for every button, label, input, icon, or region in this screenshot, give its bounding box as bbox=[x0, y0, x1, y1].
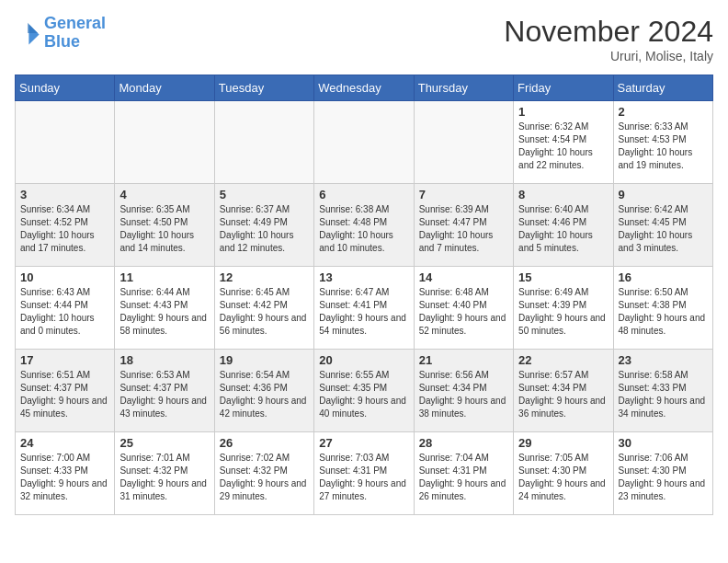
day-number: 19 bbox=[220, 353, 309, 367]
day-number: 1 bbox=[518, 105, 608, 119]
calendar-cell: 6Sunrise: 6:38 AM Sunset: 4:48 PM Daylig… bbox=[314, 184, 414, 267]
weekday-header-tuesday: Tuesday bbox=[214, 75, 313, 101]
calendar-week-row: 3Sunrise: 6:34 AM Sunset: 4:52 PM Daylig… bbox=[16, 184, 713, 267]
calendar-cell: 21Sunrise: 6:56 AM Sunset: 4:34 PM Dayli… bbox=[414, 350, 513, 432]
day-number: 6 bbox=[319, 188, 408, 201]
day-info: Sunrise: 7:05 AM Sunset: 4:30 PM Dayligh… bbox=[518, 452, 608, 503]
day-number: 15 bbox=[518, 270, 608, 284]
day-info: Sunrise: 6:43 AM Sunset: 4:44 PM Dayligh… bbox=[20, 286, 109, 338]
day-number: 25 bbox=[119, 436, 209, 450]
calendar-cell: 3Sunrise: 6:34 AM Sunset: 4:52 PM Daylig… bbox=[16, 184, 115, 267]
day-number: 17 bbox=[20, 353, 109, 367]
calendar-cell: 9Sunrise: 6:42 AM Sunset: 4:45 PM Daylig… bbox=[613, 184, 712, 267]
calendar-cell: 27Sunrise: 7:03 AM Sunset: 4:31 PM Dayli… bbox=[314, 432, 414, 515]
calendar-cell: 20Sunrise: 6:55 AM Sunset: 4:35 PM Dayli… bbox=[314, 350, 414, 432]
calendar-week-row: 24Sunrise: 7:00 AM Sunset: 4:33 PM Dayli… bbox=[16, 432, 713, 515]
calendar-cell: 25Sunrise: 7:01 AM Sunset: 4:32 PM Dayli… bbox=[115, 432, 214, 515]
day-info: Sunrise: 6:44 AM Sunset: 4:43 PM Dayligh… bbox=[119, 286, 209, 338]
calendar-cell: 28Sunrise: 7:04 AM Sunset: 4:31 PM Dayli… bbox=[414, 432, 513, 515]
calendar-cell: 18Sunrise: 6:53 AM Sunset: 4:37 PM Dayli… bbox=[115, 350, 214, 432]
calendar-cell: 1Sunrise: 6:32 AM Sunset: 4:54 PM Daylig… bbox=[514, 101, 613, 184]
day-info: Sunrise: 6:54 AM Sunset: 4:36 PM Dayligh… bbox=[220, 369, 309, 420]
day-info: Sunrise: 6:47 AM Sunset: 4:41 PM Dayligh… bbox=[319, 286, 408, 338]
calendar-cell bbox=[314, 101, 414, 184]
day-number: 12 bbox=[220, 270, 309, 284]
calendar-cell: 17Sunrise: 6:51 AM Sunset: 4:37 PM Dayli… bbox=[16, 350, 115, 432]
day-info: Sunrise: 7:06 AM Sunset: 4:30 PM Dayligh… bbox=[619, 452, 708, 503]
calendar-cell: 10Sunrise: 6:43 AM Sunset: 4:44 PM Dayli… bbox=[16, 267, 115, 350]
weekday-header-saturday: Saturday bbox=[613, 75, 712, 101]
day-number: 30 bbox=[619, 436, 708, 450]
calendar-cell: 13Sunrise: 6:47 AM Sunset: 4:41 PM Dayli… bbox=[314, 267, 414, 350]
day-number: 13 bbox=[319, 270, 408, 284]
location: Ururi, Molise, Italy bbox=[504, 49, 713, 63]
logo-line1: General bbox=[44, 14, 106, 32]
day-number: 26 bbox=[220, 436, 309, 450]
calendar-cell: 5Sunrise: 6:37 AM Sunset: 4:49 PM Daylig… bbox=[214, 184, 313, 267]
day-number: 3 bbox=[20, 188, 109, 201]
day-info: Sunrise: 6:40 AM Sunset: 4:46 PM Dayligh… bbox=[518, 203, 608, 255]
calendar-cell: 30Sunrise: 7:06 AM Sunset: 4:30 PM Dayli… bbox=[613, 432, 712, 515]
calendar-cell: 4Sunrise: 6:35 AM Sunset: 4:50 PM Daylig… bbox=[115, 184, 214, 267]
calendar-cell: 26Sunrise: 7:02 AM Sunset: 4:32 PM Dayli… bbox=[214, 432, 313, 515]
day-info: Sunrise: 7:01 AM Sunset: 4:32 PM Dayligh… bbox=[119, 452, 209, 503]
calendar-cell: 12Sunrise: 6:45 AM Sunset: 4:42 PM Dayli… bbox=[214, 267, 313, 350]
calendar-cell: 22Sunrise: 6:57 AM Sunset: 4:34 PM Dayli… bbox=[514, 350, 613, 432]
svg-marker-1 bbox=[28, 23, 38, 33]
day-info: Sunrise: 6:51 AM Sunset: 4:37 PM Dayligh… bbox=[20, 369, 109, 420]
day-info: Sunrise: 6:49 AM Sunset: 4:39 PM Dayligh… bbox=[518, 286, 608, 338]
title-block: November 2024 Ururi, Molise, Italy bbox=[504, 15, 713, 63]
day-info: Sunrise: 6:39 AM Sunset: 4:47 PM Dayligh… bbox=[419, 203, 508, 255]
day-number: 8 bbox=[518, 188, 608, 201]
day-info: Sunrise: 6:45 AM Sunset: 4:42 PM Dayligh… bbox=[220, 286, 309, 338]
weekday-header-sunday: Sunday bbox=[16, 75, 115, 101]
day-info: Sunrise: 6:34 AM Sunset: 4:52 PM Dayligh… bbox=[20, 203, 109, 255]
day-number: 4 bbox=[119, 188, 209, 201]
day-number: 11 bbox=[119, 270, 209, 284]
calendar-cell: 23Sunrise: 6:58 AM Sunset: 4:33 PM Dayli… bbox=[613, 350, 712, 432]
day-number: 18 bbox=[119, 353, 209, 367]
weekday-header-row: SundayMondayTuesdayWednesdayThursdayFrid… bbox=[16, 75, 713, 101]
calendar-cell bbox=[214, 101, 313, 184]
day-number: 24 bbox=[20, 436, 109, 450]
calendar-cell: 11Sunrise: 6:44 AM Sunset: 4:43 PM Dayli… bbox=[115, 267, 214, 350]
day-info: Sunrise: 6:50 AM Sunset: 4:38 PM Dayligh… bbox=[619, 286, 708, 338]
calendar-cell bbox=[414, 101, 513, 184]
day-number: 10 bbox=[20, 270, 109, 284]
day-info: Sunrise: 6:58 AM Sunset: 4:33 PM Dayligh… bbox=[619, 369, 708, 420]
day-info: Sunrise: 7:04 AM Sunset: 4:31 PM Dayligh… bbox=[419, 452, 508, 503]
calendar-cell: 8Sunrise: 6:40 AM Sunset: 4:46 PM Daylig… bbox=[514, 184, 613, 267]
day-info: Sunrise: 6:38 AM Sunset: 4:48 PM Dayligh… bbox=[319, 203, 408, 255]
calendar-cell bbox=[16, 101, 115, 184]
day-number: 28 bbox=[419, 436, 508, 450]
day-number: 21 bbox=[419, 353, 508, 367]
calendar-cell: 16Sunrise: 6:50 AM Sunset: 4:38 PM Dayli… bbox=[613, 267, 712, 350]
calendar-week-row: 10Sunrise: 6:43 AM Sunset: 4:44 PM Dayli… bbox=[16, 267, 713, 350]
logo-line2: Blue bbox=[44, 33, 106, 52]
day-number: 16 bbox=[619, 270, 708, 284]
day-info: Sunrise: 7:02 AM Sunset: 4:32 PM Dayligh… bbox=[220, 452, 309, 503]
calendar-week-row: 17Sunrise: 6:51 AM Sunset: 4:37 PM Dayli… bbox=[16, 350, 713, 432]
calendar-cell: 19Sunrise: 6:54 AM Sunset: 4:36 PM Dayli… bbox=[214, 350, 313, 432]
calendar-week-row: 1Sunrise: 6:32 AM Sunset: 4:54 PM Daylig… bbox=[16, 101, 713, 184]
day-number: 2 bbox=[619, 105, 708, 119]
calendar-cell: 7Sunrise: 6:39 AM Sunset: 4:47 PM Daylig… bbox=[414, 184, 513, 267]
day-number: 23 bbox=[619, 353, 708, 367]
calendar-cell: 14Sunrise: 6:48 AM Sunset: 4:40 PM Dayli… bbox=[414, 267, 513, 350]
day-info: Sunrise: 6:33 AM Sunset: 4:53 PM Dayligh… bbox=[619, 121, 708, 172]
day-info: Sunrise: 6:35 AM Sunset: 4:50 PM Dayligh… bbox=[119, 203, 209, 255]
calendar-cell: 2Sunrise: 6:33 AM Sunset: 4:53 PM Daylig… bbox=[613, 101, 712, 184]
day-number: 7 bbox=[419, 188, 508, 201]
day-number: 29 bbox=[518, 436, 608, 450]
day-info: Sunrise: 6:57 AM Sunset: 4:34 PM Dayligh… bbox=[518, 369, 608, 420]
day-number: 9 bbox=[619, 188, 708, 201]
day-info: Sunrise: 6:42 AM Sunset: 4:45 PM Dayligh… bbox=[619, 203, 708, 255]
day-number: 22 bbox=[518, 353, 608, 367]
day-info: Sunrise: 6:53 AM Sunset: 4:37 PM Dayligh… bbox=[119, 369, 209, 420]
calendar-cell: 29Sunrise: 7:05 AM Sunset: 4:30 PM Dayli… bbox=[514, 432, 613, 515]
day-info: Sunrise: 6:37 AM Sunset: 4:49 PM Dayligh… bbox=[220, 203, 309, 255]
weekday-header-monday: Monday bbox=[115, 75, 214, 101]
logo: General Blue bbox=[15, 15, 106, 52]
weekday-header-wednesday: Wednesday bbox=[314, 75, 414, 101]
month-title: November 2024 bbox=[504, 15, 713, 49]
